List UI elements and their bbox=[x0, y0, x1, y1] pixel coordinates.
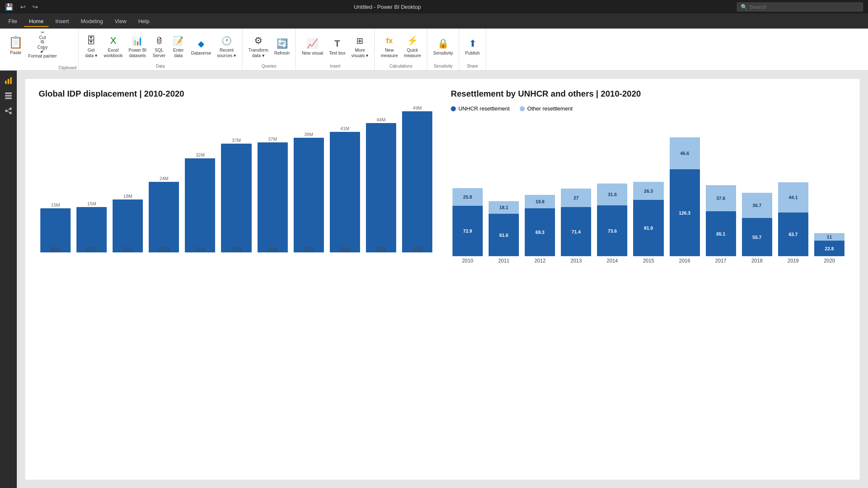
recent-sources-button[interactable]: 🕐 Recentsources ▾ bbox=[215, 32, 239, 61]
quick-measure-button[interactable]: ⚡ Quickmeasure bbox=[401, 32, 423, 61]
stacked-bar-wrap: 27 71.4 bbox=[561, 189, 591, 256]
bar-unhcr[interactable]: 63.7 bbox=[778, 213, 808, 256]
sidebar-item-model[interactable] bbox=[2, 104, 15, 118]
enter-data-button[interactable]: 📝 Enterdata bbox=[169, 32, 188, 61]
dataverse-button[interactable]: ◆ Dataverse bbox=[189, 32, 214, 61]
bar-unhcr[interactable]: 73.6 bbox=[597, 205, 627, 256]
publish-button[interactable]: ⬆ Publish bbox=[463, 32, 482, 61]
menu-insert[interactable]: Insert bbox=[50, 16, 74, 27]
bar-other[interactable]: 18.1 bbox=[489, 201, 519, 214]
bar-other[interactable]: 36.7 bbox=[742, 193, 772, 218]
unhcr-value-label: 22.8 bbox=[825, 245, 834, 252]
text-box-button[interactable]: T Text box bbox=[326, 32, 348, 61]
legend-unhcr-label: UNHCR resettlement bbox=[458, 105, 510, 112]
new-measure-icon: fx bbox=[384, 35, 395, 47]
bar-value-label: 15M bbox=[51, 202, 60, 207]
bar[interactable] bbox=[258, 142, 288, 252]
bar-unhcr[interactable]: 65.1 bbox=[706, 211, 736, 256]
menu-file[interactable]: File bbox=[3, 16, 22, 27]
unhcr-value-label: 81.9 bbox=[644, 225, 653, 231]
other-value-label: 37.6 bbox=[716, 195, 725, 202]
menu-view[interactable]: View bbox=[110, 16, 132, 27]
enter-data-icon: 📝 bbox=[173, 35, 184, 47]
bar[interactable] bbox=[113, 199, 143, 252]
copy-button[interactable]: ⧉ Copy bbox=[26, 39, 58, 49]
bar[interactable] bbox=[221, 144, 251, 252]
refresh-button[interactable]: 🔄 Refresh bbox=[272, 32, 292, 61]
sensitivity-button[interactable]: 🔒 Sensitivity bbox=[431, 32, 455, 61]
sql-server-button[interactable]: 🛢 SQLServer bbox=[150, 32, 168, 61]
stacked-bar-column: 19.8 69.3 2012 bbox=[523, 117, 557, 264]
bar-unhcr[interactable]: 69.3 bbox=[525, 208, 555, 256]
window-controls: 💾 ↩ ↪ bbox=[5, 3, 38, 11]
save-icon[interactable]: 💾 bbox=[5, 3, 13, 11]
menu-help[interactable]: Help bbox=[133, 16, 155, 27]
format-painter-button[interactable]: 🖌 Format painter bbox=[26, 49, 58, 58]
stacked-bar-column: 31.6 73.6 2014 bbox=[595, 117, 629, 264]
stacked-bar-wrap: 36.7 55.7 bbox=[742, 193, 772, 256]
bar[interactable] bbox=[402, 111, 432, 252]
cut-button[interactable]: ✂ Cut bbox=[26, 30, 58, 39]
bar-other[interactable]: 26.3 bbox=[633, 182, 663, 200]
bar-other[interactable]: 19.8 bbox=[525, 195, 555, 208]
bar-year-label: 2017 bbox=[303, 247, 314, 252]
publish-icon: ⬆ bbox=[467, 38, 479, 50]
sql-server-label: SQLServer bbox=[153, 47, 166, 58]
new-visual-button[interactable]: 📈 New visual bbox=[299, 32, 326, 61]
sidebar-item-report[interactable] bbox=[2, 74, 15, 87]
bar[interactable] bbox=[40, 208, 71, 252]
bar-other[interactable]: 37.6 bbox=[706, 185, 736, 211]
charts-container: Global IDP displacement | 2010-2020 15M … bbox=[25, 79, 860, 480]
power-bi-datasets-button[interactable]: 📊 Power BIdatasets bbox=[126, 32, 149, 61]
more-visuals-button[interactable]: ⊞ Morevisuals ▾ bbox=[349, 32, 371, 61]
chart1-title: Global IDP displacement | 2010-2020 bbox=[39, 89, 434, 99]
search-input[interactable] bbox=[749, 4, 854, 10]
bar-value-label: 41M bbox=[340, 126, 349, 131]
sidebar-item-data[interactable] bbox=[2, 89, 15, 102]
bar[interactable] bbox=[149, 182, 179, 252]
bar-other[interactable]: 31.6 bbox=[597, 184, 627, 205]
bar-other[interactable]: 44.1 bbox=[778, 182, 808, 213]
bar-other[interactable]: 46.6 bbox=[670, 137, 700, 169]
new-measure-button[interactable]: fx Newmeasure bbox=[378, 32, 400, 61]
unhcr-value-label: 72.9 bbox=[463, 228, 472, 234]
transform-data-button[interactable]: ⚙ Transformdata ▾ bbox=[246, 32, 271, 61]
other-value-label: 11 bbox=[827, 234, 832, 240]
bar[interactable] bbox=[330, 132, 360, 252]
bar-value-label: 18M bbox=[124, 194, 132, 199]
ribbon-group-insert: 📈 New visual T Text box ⊞ Morevisuals ▾ … bbox=[296, 29, 375, 70]
bar-other[interactable]: 25.8 bbox=[452, 188, 483, 206]
bar-unhcr[interactable]: 22.8 bbox=[814, 241, 844, 256]
bar-unhcr[interactable]: 126.3 bbox=[670, 169, 700, 256]
stacked-bar-column: 18.1 61.6 2011 bbox=[487, 117, 521, 264]
other-value-label: 26.3 bbox=[644, 188, 653, 194]
unhcr-value-label: 69.3 bbox=[536, 229, 544, 236]
new-visual-label: New visual bbox=[302, 50, 323, 56]
bar-unhcr[interactable]: 71.4 bbox=[561, 207, 591, 256]
bar[interactable] bbox=[185, 158, 215, 252]
bar-year-label: 2016 bbox=[267, 247, 278, 252]
bar-other[interactable]: 11 bbox=[814, 233, 844, 241]
dataverse-label: Dataverse bbox=[191, 50, 211, 56]
paste-button[interactable]: 📋 Paste bbox=[5, 30, 26, 60]
bar-unhcr[interactable]: 81.9 bbox=[633, 200, 663, 256]
bar-other[interactable]: 27 bbox=[561, 189, 591, 207]
bar-unhcr[interactable]: 55.7 bbox=[742, 218, 772, 256]
svg-line-10 bbox=[8, 111, 9, 113]
undo-icon[interactable]: ↩ bbox=[20, 3, 26, 11]
bar-unhcr[interactable]: 72.9 bbox=[452, 206, 483, 256]
bar[interactable] bbox=[366, 123, 396, 252]
menu-modeling[interactable]: Modeling bbox=[76, 16, 108, 27]
search-box[interactable]: 🔍 bbox=[737, 3, 863, 11]
recent-sources-icon: 🕐 bbox=[221, 35, 232, 47]
stacked-bar-wrap: 11 22.8 bbox=[814, 233, 844, 256]
bar-unhcr[interactable]: 61.6 bbox=[489, 214, 519, 256]
excel-button[interactable]: X Excelworkbook bbox=[101, 32, 125, 61]
redo-icon[interactable]: ↪ bbox=[32, 3, 38, 11]
insert-group-items: 📈 New visual T Text box ⊞ Morevisuals ▾ bbox=[299, 30, 371, 63]
menu-home[interactable]: Home bbox=[24, 16, 49, 27]
bar-year-label: 2017 bbox=[715, 258, 726, 264]
get-data-button[interactable]: 🗄 Getdata ▾ bbox=[82, 32, 100, 61]
bar[interactable] bbox=[294, 138, 324, 252]
bar[interactable] bbox=[76, 207, 107, 252]
